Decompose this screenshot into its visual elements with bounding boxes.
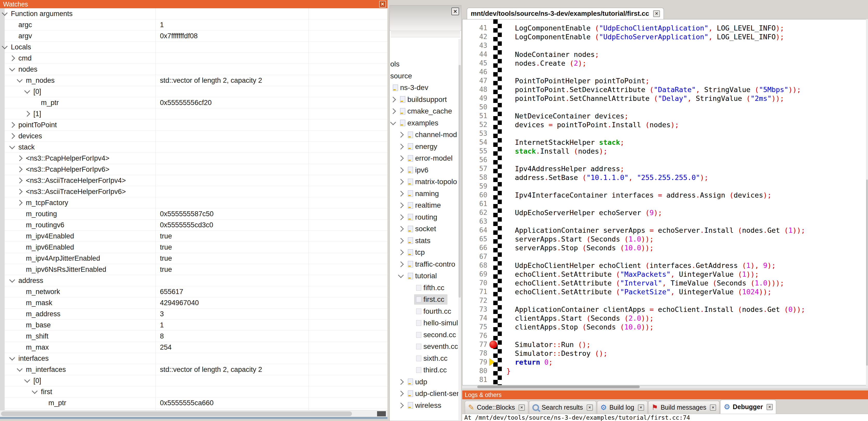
chevron-down-icon[interactable] (9, 143, 15, 150)
scrollbar-thumb[interactable] (477, 386, 640, 388)
tree-item-seventh-cc[interactable]: seventh.cc (390, 341, 461, 352)
watch-row[interactable]: <ns3::AsciiTraceHelperForIpv6> (0, 186, 388, 197)
logs-titlebar[interactable]: Logs & others (462, 390, 868, 399)
tree-item-ipv6[interactable]: ipv6 (390, 164, 461, 176)
watch-row[interactable]: m_ipv4ArpJitterEnabledtrue (0, 253, 388, 264)
tree-item-energy[interactable]: energy (390, 141, 461, 152)
chevron-right-icon[interactable] (398, 226, 404, 232)
tree-item-first-cc[interactable]: first.cc (390, 294, 461, 305)
chevron-right-icon[interactable] (398, 391, 404, 397)
chevron-right-icon[interactable] (398, 250, 404, 256)
chevron-right-icon[interactable] (398, 167, 404, 173)
watch-row[interactable]: m_address3 (0, 309, 388, 320)
tree-item-routing[interactable]: routing (390, 212, 461, 223)
log-tab-code-blocks[interactable]: ✎Code::Blocks× (465, 401, 528, 414)
chevron-right-icon[interactable] (390, 108, 396, 114)
watch-row[interactable]: m_mask4294967040 (0, 297, 388, 309)
tree-item-naming[interactable]: naming (390, 188, 461, 199)
chevron-down-icon[interactable] (9, 66, 15, 72)
tree-item-third-cc[interactable]: third.cc (390, 364, 461, 376)
close-icon[interactable]: × (519, 404, 525, 411)
close-icon[interactable]: × (710, 404, 716, 411)
tree-item-ns-3-dev[interactable]: ns-3-dev (390, 82, 461, 93)
tree-item-sixth-cc[interactable]: sixth.cc (390, 353, 461, 364)
tree-item-source[interactable]: source (390, 70, 461, 82)
tree-item-tutorial[interactable]: tutorial (390, 270, 461, 282)
watch-row[interactable]: pointToPoint (0, 120, 388, 131)
tree-item-wireless[interactable]: wireless (390, 400, 461, 411)
tree-item-fourth-cc[interactable]: fourth.cc (390, 306, 461, 317)
watches-horizontal-scrollbar[interactable] (0, 410, 388, 417)
chevron-down-icon[interactable] (398, 272, 404, 278)
watch-row[interactable]: m_ipv6NsRsJitterEnabledtrue (0, 264, 388, 275)
chevron-right-icon[interactable] (398, 202, 404, 208)
chevron-right-icon[interactable] (398, 132, 404, 138)
watch-row[interactable]: m_base1 (0, 320, 388, 331)
chevron-right-icon[interactable] (398, 402, 404, 408)
watch-row[interactable]: stack (0, 142, 388, 153)
watch-row[interactable]: address (0, 275, 388, 286)
watch-row[interactable]: [0] (0, 86, 388, 97)
tree-item-hello-simul[interactable]: hello-simul (390, 317, 461, 329)
watch-row[interactable]: [0] (0, 375, 388, 386)
chevron-right-icon[interactable] (17, 155, 23, 161)
watch-row[interactable]: devices (0, 131, 388, 142)
tree-item-traffic-contro[interactable]: traffic-contro (390, 259, 461, 270)
tree-item-second-cc[interactable]: second.cc (390, 329, 461, 341)
watch-row[interactable]: <ns3::AsciiTraceHelperForIpv4> (0, 175, 388, 186)
tree-item-examples[interactable]: examples (390, 118, 461, 129)
watch-row[interactable]: m_routing0x555555587c50 (0, 208, 388, 220)
watch-row[interactable]: m_max254 (0, 342, 388, 353)
watch-row[interactable]: m_tcpFactory (0, 197, 388, 208)
chevron-right-icon[interactable] (398, 155, 404, 161)
watch-row[interactable]: <ns3::PcapHelperForIpv4> (0, 153, 388, 164)
watch-row[interactable]: m_ipv4Enabledtrue (0, 231, 388, 242)
scrollbar-corner[interactable] (377, 411, 386, 416)
watch-row[interactable]: m_network655617 (0, 286, 388, 297)
tree-item-udp-client-ser[interactable]: udp-client-ser (390, 388, 461, 399)
tree-item-ols[interactable]: ols (390, 59, 461, 70)
chevron-right-icon[interactable] (398, 143, 404, 150)
watch-row[interactable]: m_shift8 (0, 331, 388, 342)
watch-row[interactable]: interfaces (0, 353, 388, 364)
chevron-right-icon[interactable] (17, 166, 23, 172)
chevron-right-icon[interactable] (17, 189, 23, 195)
breakpoint-icon[interactable] (489, 341, 497, 348)
editor-content[interactable]: 41 LogComponentEnable ("UdpEchoClientApp… (462, 19, 868, 385)
chevron-down-icon[interactable] (9, 355, 15, 361)
tree-item-fifth-cc[interactable]: fifth.cc (390, 282, 461, 293)
watch-row[interactable]: <ns3::PcapHelperForIpv6> (0, 164, 388, 175)
chevron-right-icon[interactable] (398, 179, 404, 185)
watch-row[interactable]: m_nodesstd::vector of length 2, capacity… (0, 75, 388, 86)
tree-item-buildsupport[interactable]: buildsupport (390, 94, 461, 105)
chevron-right-icon[interactable] (398, 379, 404, 385)
watch-row[interactable]: nodes (0, 64, 388, 75)
close-icon[interactable]: × (587, 404, 593, 411)
chevron-right-icon[interactable] (398, 261, 404, 267)
close-icon[interactable]: × (638, 404, 644, 411)
chevron-down-icon[interactable] (17, 366, 23, 372)
scrollbar-thumb[interactable] (1, 412, 352, 416)
chevron-right-icon[interactable] (390, 96, 396, 102)
editor-horizontal-scrollbar[interactable] (462, 385, 868, 388)
tree-item-matrix-topolo[interactable]: matrix-topolo (390, 176, 461, 188)
watch-row[interactable]: argc1 (0, 20, 388, 31)
tree-item-tcp[interactable]: tcp (390, 247, 461, 258)
editor-tab-first-cc[interactable]: mnt/dev/tools/source/ns-3-dev/examples/t… (467, 8, 664, 19)
watch-row[interactable]: m_interfacesstd::vector of length 2, cap… (0, 364, 388, 375)
chevron-down-icon[interactable] (24, 377, 30, 383)
scrollbar-thumb[interactable] (459, 65, 461, 298)
log-tab-build-log[interactable]: ⚙Build log× (597, 401, 648, 414)
chevron-right-icon[interactable] (17, 200, 23, 206)
chevron-down-icon[interactable] (32, 388, 38, 394)
tree-item-realtime[interactable]: realtime (390, 200, 461, 211)
chevron-down-icon[interactable] (9, 277, 15, 283)
log-tab-build-messages[interactable]: ⚑Build messages× (648, 401, 720, 414)
log-tab-search-results[interactable]: Search results× (529, 401, 596, 414)
tree-item-channel-mod[interactable]: channel-mod (390, 129, 461, 140)
close-icon[interactable]: × (767, 404, 773, 410)
close-icon[interactable]: × (653, 10, 660, 17)
watch-row[interactable]: first (0, 386, 388, 397)
chevron-right-icon[interactable] (9, 122, 15, 128)
tree-item-socket[interactable]: socket (390, 223, 461, 234)
